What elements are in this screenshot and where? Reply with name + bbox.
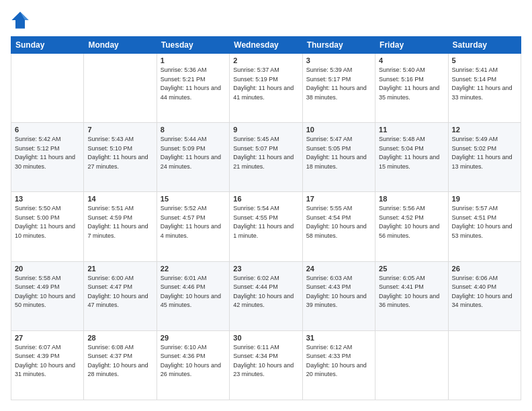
day-number: 31 [306, 334, 371, 342]
day-number: 25 [379, 265, 444, 273]
weekday-header: Thursday [302, 37, 375, 54]
day-number: 17 [306, 195, 371, 203]
calendar-cell: 19Sunrise: 5:57 AM Sunset: 4:51 PM Dayli… [448, 192, 521, 261]
day-number: 28 [87, 334, 152, 342]
calendar-cell: 11Sunrise: 5:48 AM Sunset: 5:04 PM Dayli… [375, 123, 448, 192]
day-number: 20 [15, 265, 80, 273]
calendar-cell [11, 54, 84, 123]
calendar-cell: 18Sunrise: 5:56 AM Sunset: 4:52 PM Dayli… [375, 192, 448, 261]
calendar-cell: 17Sunrise: 5:55 AM Sunset: 4:54 PM Dayli… [302, 192, 375, 261]
day-info: Sunrise: 6:12 AM Sunset: 4:33 PM Dayligh… [306, 343, 371, 379]
weekday-header: Saturday [448, 37, 521, 54]
day-info: Sunrise: 6:10 AM Sunset: 4:36 PM Dayligh… [161, 343, 226, 379]
day-info: Sunrise: 5:41 AM Sunset: 5:14 PM Dayligh… [452, 66, 517, 102]
day-number: 5 [452, 56, 517, 64]
day-info: Sunrise: 6:05 AM Sunset: 4:41 PM Dayligh… [379, 274, 444, 310]
day-info: Sunrise: 6:02 AM Sunset: 4:44 PM Dayligh… [233, 274, 298, 310]
calendar-cell: 24Sunrise: 6:03 AM Sunset: 4:43 PM Dayli… [302, 261, 375, 330]
day-number: 15 [161, 195, 226, 203]
day-info: Sunrise: 5:42 AM Sunset: 5:12 PM Dayligh… [15, 135, 80, 171]
calendar-cell: 14Sunrise: 5:51 AM Sunset: 4:59 PM Dayli… [84, 192, 157, 261]
day-number: 13 [15, 195, 80, 203]
day-number: 26 [452, 265, 517, 273]
day-info: Sunrise: 5:47 AM Sunset: 5:05 PM Dayligh… [306, 135, 371, 171]
calendar-cell: 26Sunrise: 6:06 AM Sunset: 4:40 PM Dayli… [448, 261, 521, 330]
day-number: 9 [233, 126, 298, 134]
day-number: 14 [87, 195, 152, 203]
page: SundayMondayTuesdayWednesdayThursdayFrid… [0, 0, 532, 411]
calendar-week-row: 27Sunrise: 6:07 AM Sunset: 4:39 PM Dayli… [11, 330, 521, 400]
day-number: 18 [379, 195, 444, 203]
day-info: Sunrise: 6:07 AM Sunset: 4:39 PM Dayligh… [15, 343, 80, 379]
calendar-cell: 30Sunrise: 6:11 AM Sunset: 4:34 PM Dayli… [230, 330, 302, 400]
day-info: Sunrise: 5:39 AM Sunset: 5:17 PM Dayligh… [306, 66, 371, 102]
weekday-header: Sunday [11, 37, 84, 54]
day-number: 22 [161, 265, 226, 273]
day-info: Sunrise: 5:44 AM Sunset: 5:09 PM Dayligh… [161, 135, 226, 171]
calendar-cell: 13Sunrise: 5:50 AM Sunset: 5:00 PM Dayli… [11, 192, 84, 261]
day-info: Sunrise: 5:51 AM Sunset: 4:59 PM Dayligh… [87, 204, 152, 240]
day-number: 12 [452, 126, 517, 134]
calendar-cell: 8Sunrise: 5:44 AM Sunset: 5:09 PM Daylig… [157, 123, 229, 192]
day-info: Sunrise: 5:58 AM Sunset: 4:49 PM Dayligh… [15, 274, 80, 310]
day-number: 3 [306, 56, 371, 64]
calendar-cell: 22Sunrise: 6:01 AM Sunset: 4:46 PM Dayli… [157, 261, 229, 330]
day-info: Sunrise: 5:49 AM Sunset: 5:02 PM Dayligh… [452, 135, 517, 171]
day-info: Sunrise: 5:50 AM Sunset: 5:00 PM Dayligh… [15, 204, 80, 240]
calendar-cell: 31Sunrise: 6:12 AM Sunset: 4:33 PM Dayli… [302, 330, 375, 400]
day-info: Sunrise: 6:00 AM Sunset: 4:47 PM Dayligh… [87, 274, 152, 310]
day-number: 10 [306, 126, 371, 134]
day-info: Sunrise: 5:56 AM Sunset: 4:52 PM Dayligh… [379, 204, 444, 240]
day-number: 11 [379, 126, 444, 134]
day-number: 23 [233, 265, 298, 273]
day-number: 7 [87, 126, 152, 134]
calendar-cell: 28Sunrise: 6:08 AM Sunset: 4:37 PM Dayli… [84, 330, 157, 400]
day-number: 19 [452, 195, 517, 203]
day-info: Sunrise: 6:08 AM Sunset: 4:37 PM Dayligh… [87, 343, 152, 379]
day-info: Sunrise: 5:43 AM Sunset: 5:10 PM Dayligh… [87, 135, 152, 171]
calendar-cell: 12Sunrise: 5:49 AM Sunset: 5:02 PM Dayli… [448, 123, 521, 192]
calendar-cell: 4Sunrise: 5:40 AM Sunset: 5:16 PM Daylig… [375, 54, 448, 123]
calendar-week-row: 13Sunrise: 5:50 AM Sunset: 5:00 PM Dayli… [11, 192, 521, 261]
day-info: Sunrise: 6:01 AM Sunset: 4:46 PM Dayligh… [161, 274, 226, 310]
day-info: Sunrise: 5:37 AM Sunset: 5:19 PM Dayligh… [233, 66, 298, 102]
calendar-cell: 23Sunrise: 6:02 AM Sunset: 4:44 PM Dayli… [230, 261, 302, 330]
calendar-cell: 5Sunrise: 5:41 AM Sunset: 5:14 PM Daylig… [448, 54, 521, 123]
header [11, 11, 521, 30]
day-number: 4 [379, 56, 444, 64]
day-info: Sunrise: 5:40 AM Sunset: 5:16 PM Dayligh… [379, 66, 444, 102]
day-number: 24 [306, 265, 371, 273]
calendar-week-row: 6Sunrise: 5:42 AM Sunset: 5:12 PM Daylig… [11, 123, 521, 192]
day-info: Sunrise: 5:45 AM Sunset: 5:07 PM Dayligh… [233, 135, 298, 171]
day-info: Sunrise: 5:57 AM Sunset: 4:51 PM Dayligh… [452, 204, 517, 240]
weekday-header: Wednesday [230, 37, 302, 54]
calendar-cell: 10Sunrise: 5:47 AM Sunset: 5:05 PM Dayli… [302, 123, 375, 192]
calendar-cell [448, 330, 521, 400]
day-info: Sunrise: 6:11 AM Sunset: 4:34 PM Dayligh… [233, 343, 298, 379]
calendar-cell: 1Sunrise: 5:36 AM Sunset: 5:21 PM Daylig… [157, 54, 229, 123]
calendar-cell: 16Sunrise: 5:54 AM Sunset: 4:55 PM Dayli… [230, 192, 302, 261]
calendar-table: SundayMondayTuesdayWednesdayThursdayFrid… [11, 36, 521, 400]
day-info: Sunrise: 5:48 AM Sunset: 5:04 PM Dayligh… [379, 135, 444, 171]
calendar-week-row: 20Sunrise: 5:58 AM Sunset: 4:49 PM Dayli… [11, 261, 521, 330]
calendar-cell: 15Sunrise: 5:52 AM Sunset: 4:57 PM Dayli… [157, 192, 229, 261]
day-number: 1 [161, 56, 226, 64]
day-info: Sunrise: 6:06 AM Sunset: 4:40 PM Dayligh… [452, 274, 517, 310]
day-number: 16 [233, 195, 298, 203]
logo-icon [11, 11, 30, 30]
calendar-cell: 7Sunrise: 5:43 AM Sunset: 5:10 PM Daylig… [84, 123, 157, 192]
logo [11, 11, 32, 30]
calendar-cell: 25Sunrise: 6:05 AM Sunset: 4:41 PM Dayli… [375, 261, 448, 330]
calendar-cell [84, 54, 157, 123]
day-info: Sunrise: 5:55 AM Sunset: 4:54 PM Dayligh… [306, 204, 371, 240]
weekday-header: Tuesday [157, 37, 229, 54]
calendar-cell: 3Sunrise: 5:39 AM Sunset: 5:17 PM Daylig… [302, 54, 375, 123]
day-info: Sunrise: 5:52 AM Sunset: 4:57 PM Dayligh… [161, 204, 226, 240]
calendar-cell: 21Sunrise: 6:00 AM Sunset: 4:47 PM Dayli… [84, 261, 157, 330]
calendar-cell: 6Sunrise: 5:42 AM Sunset: 5:12 PM Daylig… [11, 123, 84, 192]
day-info: Sunrise: 5:54 AM Sunset: 4:55 PM Dayligh… [233, 204, 298, 240]
day-info: Sunrise: 5:36 AM Sunset: 5:21 PM Dayligh… [161, 66, 226, 102]
day-info: Sunrise: 6:03 AM Sunset: 4:43 PM Dayligh… [306, 274, 371, 310]
day-number: 8 [161, 126, 226, 134]
calendar-cell: 20Sunrise: 5:58 AM Sunset: 4:49 PM Dayli… [11, 261, 84, 330]
